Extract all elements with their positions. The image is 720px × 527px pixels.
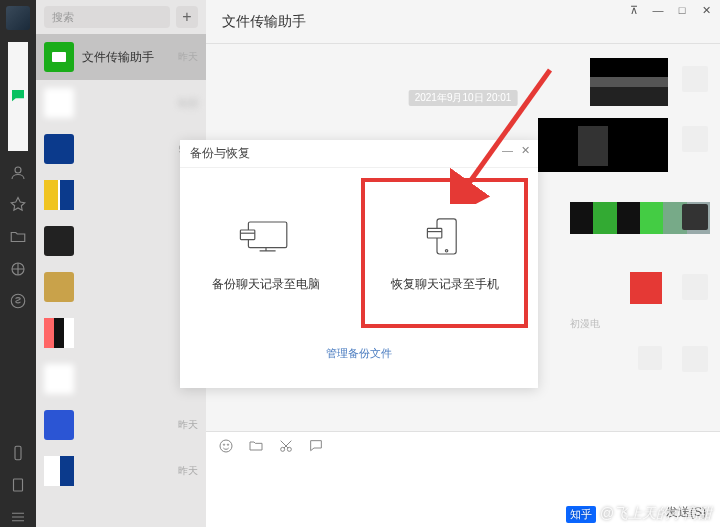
minimize-icon[interactable]: —: [652, 4, 664, 17]
chat-icon[interactable]: [8, 42, 28, 151]
history-icon[interactable]: [308, 438, 324, 457]
computer-icon: [234, 214, 298, 262]
svg-point-2: [11, 294, 25, 308]
search-input[interactable]: 搜索: [44, 6, 170, 28]
zhihu-badge: 知乎: [566, 506, 596, 523]
conv-file-transfer[interactable]: 文件传输助手 昨天: [36, 34, 206, 80]
svg-rect-14: [427, 228, 441, 238]
svg-rect-11: [240, 230, 254, 240]
chat-timestamp: 2021年9月10日 20:01: [409, 90, 518, 106]
svg-point-5: [220, 440, 232, 452]
nav-rail: [0, 0, 36, 527]
svg-point-7: [227, 444, 228, 445]
chat-toolbar: [206, 432, 720, 463]
svg-point-6: [223, 444, 224, 445]
message-image[interactable]: [630, 272, 662, 304]
dialog-title-bar: 备份与恢复 — ✕: [180, 140, 538, 168]
moments-icon[interactable]: [8, 259, 28, 279]
message-avatar: [682, 274, 708, 300]
conv-item[interactable]: 昨天: [36, 402, 206, 448]
dialog-close-icon[interactable]: ✕: [521, 144, 530, 157]
svg-rect-3: [15, 446, 21, 460]
conv-item[interactable]: 昨天: [36, 448, 206, 494]
message-image[interactable]: [590, 58, 668, 106]
conv-item[interactable]: 9:22: [36, 80, 206, 126]
folder-icon[interactable]: [248, 438, 264, 457]
message-avatar: [682, 346, 708, 372]
dialog-minimize-icon[interactable]: —: [502, 144, 513, 157]
mini-program-icon[interactable]: [8, 291, 28, 311]
menu-icon[interactable]: [8, 507, 28, 527]
message-avatar: [682, 126, 708, 152]
restore-to-phone-option[interactable]: 恢复聊天记录至手机: [359, 176, 530, 330]
message-avatar: [682, 66, 708, 92]
tablet-icon[interactable]: [8, 475, 28, 495]
notice-text: 初漫电: [570, 317, 600, 331]
message-image[interactable]: [538, 118, 668, 172]
scissors-icon[interactable]: [278, 438, 294, 457]
svg-point-0: [15, 167, 21, 173]
maximize-icon[interactable]: □: [676, 4, 688, 17]
restore-label: 恢复聊天记录至手机: [391, 276, 499, 293]
pin-icon[interactable]: ⊼: [628, 4, 640, 17]
phone-restore-icon: [413, 214, 477, 262]
backup-label: 备份聊天记录至电脑: [212, 276, 320, 293]
watermark: 知乎@飞上天的小高甜: [566, 505, 712, 523]
chat-title: 文件传输助手: [222, 13, 306, 31]
contacts-icon[interactable]: [8, 163, 28, 183]
file-transfer-icon: [44, 42, 74, 72]
backup-to-computer-option[interactable]: 备份聊天记录至电脑: [180, 168, 351, 338]
window-controls: ⊼ — □ ✕: [628, 4, 712, 17]
files-icon[interactable]: [8, 227, 28, 247]
svg-point-13: [445, 249, 447, 251]
emoji-icon[interactable]: [218, 438, 234, 457]
svg-rect-4: [14, 479, 23, 491]
new-chat-button[interactable]: +: [176, 6, 198, 28]
favorites-icon[interactable]: [8, 195, 28, 215]
close-icon[interactable]: ✕: [700, 4, 712, 17]
user-avatar[interactable]: [6, 6, 30, 30]
search-bar: 搜索 +: [36, 0, 206, 34]
manage-backups-link[interactable]: 管理备份文件: [326, 347, 392, 359]
phone-icon[interactable]: [8, 443, 28, 463]
message-avatar: [682, 204, 708, 230]
dialog-title: 备份与恢复: [190, 145, 250, 162]
app-window: 搜索 + 文件传输助手 昨天 9:22 9:04 生... 昨天 昨天 ⊼ — …: [0, 0, 720, 527]
backup-restore-dialog: 备份与恢复 — ✕ 备份聊天记录至电脑: [180, 140, 538, 388]
message-image[interactable]: [638, 346, 662, 370]
